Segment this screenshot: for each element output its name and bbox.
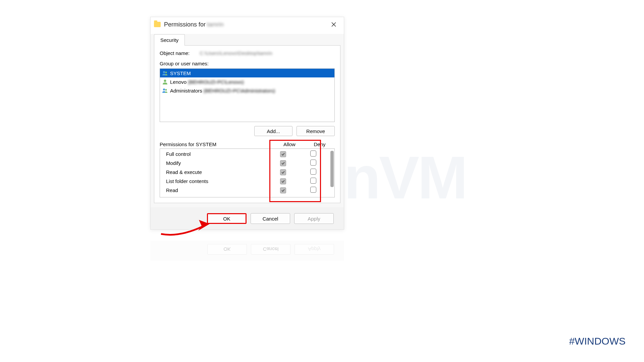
- apply-button[interactable]: Apply: [294, 213, 334, 224]
- svg-point-2: [164, 80, 166, 82]
- close-icon: [331, 22, 336, 27]
- allow-checkbox[interactable]: [268, 169, 298, 175]
- deny-column-header: Deny: [305, 141, 335, 147]
- cancel-button[interactable]: Cancel: [251, 213, 290, 224]
- deny-checkbox[interactable]: [298, 150, 328, 158]
- permission-row: Read & execute: [160, 168, 334, 177]
- allow-checkbox[interactable]: [268, 151, 298, 157]
- deny-checkbox[interactable]: [298, 169, 328, 176]
- object-path: C:\Users\Lenovo\Desktop\tamrin: [200, 50, 272, 56]
- permission-name: Modify: [166, 160, 268, 166]
- hashtag-label: #WINDOWS: [569, 336, 626, 347]
- svg-point-1: [165, 72, 167, 73]
- permissions-header: Permissions for SYSTEM Allow Deny: [160, 141, 335, 147]
- users-listbox[interactable]: SYSTEMLenovo(BEHROUZI-PC\Lenovo)Administ…: [160, 68, 335, 122]
- window-title-name: tamrin: [207, 21, 224, 28]
- permissions-for-label: Permissions for SYSTEM: [160, 141, 274, 147]
- svg-point-0: [163, 71, 165, 73]
- user-suffix: (BEHROUZI-PC\Administrators): [204, 88, 275, 94]
- user-name: Administrators: [170, 88, 202, 94]
- tab-security[interactable]: Security: [154, 34, 185, 46]
- permission-row: Read: [160, 186, 334, 195]
- user-item[interactable]: Administrators(BEHROUZI-PC\Administrator…: [160, 86, 334, 95]
- ok-button[interactable]: OK: [207, 213, 247, 224]
- permissions-listbox[interactable]: Full controlModifyRead & executeList fol…: [160, 148, 335, 197]
- folder-icon: [154, 22, 161, 27]
- allow-checkbox[interactable]: [268, 160, 298, 166]
- svg-point-3: [163, 88, 165, 90]
- object-name-label: Object name:: [160, 50, 190, 56]
- window-title-prefix: Permissions for: [164, 21, 206, 28]
- titlebar: Permissions for tamrin: [151, 17, 344, 32]
- permission-name: Read: [166, 187, 268, 193]
- permission-row: Modify: [160, 159, 334, 168]
- user-suffix: (BEHROUZI-PC\Lenovo): [188, 79, 244, 85]
- scrollbar[interactable]: [330, 151, 334, 187]
- permission-name: Full control: [166, 151, 268, 157]
- permission-name: List folder contents: [166, 178, 268, 184]
- user-item[interactable]: Lenovo(BEHROUZI-PC\Lenovo): [160, 77, 334, 86]
- tabs: Security: [154, 34, 340, 45]
- add-button[interactable]: Add...: [254, 126, 292, 136]
- permission-name: Read & execute: [166, 169, 268, 175]
- remove-button[interactable]: Remove: [297, 126, 335, 136]
- permission-row: List folder contents: [160, 177, 334, 186]
- dialog-button-row: OK Cancel Apply: [151, 207, 344, 229]
- allow-checkbox[interactable]: [268, 178, 298, 184]
- deny-checkbox[interactable]: [298, 178, 328, 185]
- user-name: SYSTEM: [170, 70, 191, 76]
- allow-checkbox[interactable]: [268, 187, 298, 193]
- group-user-label: Group or user names:: [160, 61, 335, 66]
- user-name: Lenovo: [170, 79, 186, 85]
- allow-column-header: Allow: [274, 141, 305, 147]
- deny-checkbox[interactable]: [298, 187, 328, 194]
- deny-checkbox[interactable]: [298, 160, 328, 167]
- user-item[interactable]: SYSTEM: [160, 69, 334, 77]
- group-icon: [162, 87, 168, 94]
- user-icon: [162, 79, 168, 85]
- permission-row: Full control: [160, 149, 334, 159]
- permissions-dialog: Permissions for tamrin Security Object n…: [150, 17, 344, 230]
- close-button[interactable]: [327, 18, 340, 31]
- svg-point-4: [165, 89, 167, 91]
- security-panel: Object name: C:\Users\Lenovo\Desktop\tam…: [154, 45, 340, 203]
- reflection: OK Cancel Apply: [150, 241, 344, 261]
- group-icon: [162, 70, 168, 76]
